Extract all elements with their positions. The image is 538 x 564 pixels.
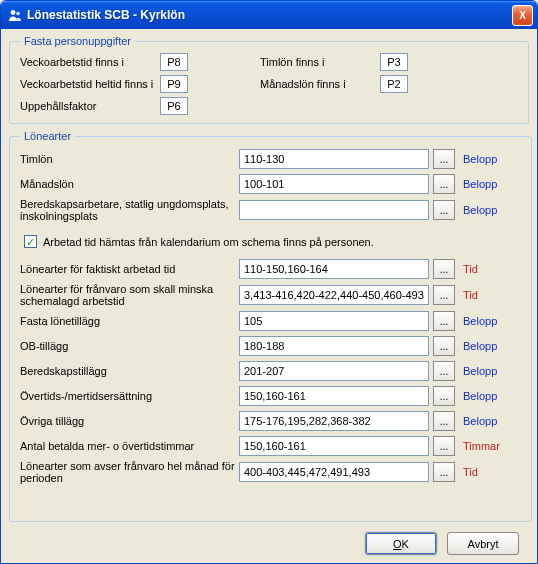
cancel-button[interactable]: Avbryt — [447, 532, 519, 555]
row-category: Belopp — [461, 390, 521, 402]
close-icon: X — [519, 10, 526, 21]
group-legend: Lönearter — [20, 130, 75, 142]
row-category: Belopp — [461, 340, 521, 352]
row-browse-button[interactable]: ... — [433, 411, 455, 431]
loneart-row: Timlön...Belopp — [20, 148, 521, 170]
loneart-row: Övertids-/mertidsersättning...Belopp — [20, 385, 521, 407]
row-value-input[interactable] — [239, 259, 429, 279]
close-button[interactable]: X — [512, 5, 533, 26]
svg-point-0 — [11, 10, 16, 15]
loneart-row: Lönearter för frånvaro som skall minska … — [20, 283, 521, 307]
ok-button[interactable]: OK — [365, 532, 437, 555]
row-category: Belopp — [461, 153, 521, 165]
loneart-row: Lönearter för faktiskt arbetad tid...Tid — [20, 258, 521, 280]
row-label: Övriga tillägg — [20, 415, 235, 427]
label-manadslon-finns: Månadslön finns i — [260, 78, 380, 90]
window-title: Lönestatistik SCB - Kyrklön — [27, 8, 512, 22]
row-label: Antal betalda mer- o övertidstimmar — [20, 440, 235, 452]
row-label: Övertids-/mertidsersättning — [20, 390, 235, 402]
row-value-input[interactable] — [239, 361, 429, 381]
arbetad-tid-checkbox[interactable]: ✓ — [24, 235, 37, 248]
app-icon — [7, 7, 23, 23]
row-browse-button[interactable]: ... — [433, 200, 455, 220]
row-category: Belopp — [461, 365, 521, 377]
row-browse-button[interactable]: ... — [433, 462, 455, 482]
row-label: Lönearter för frånvaro som skall minska … — [20, 283, 235, 307]
row-browse-button[interactable]: ... — [433, 311, 455, 331]
loneart-row: Lönearter som avser frånvaro hel månad f… — [20, 460, 521, 484]
label-uppehallsfaktor: Uppehållsfaktor — [20, 100, 160, 112]
dialog-body: Fasta personuppgifter Veckoarbetstid fin… — [1, 29, 537, 563]
loneart-row: Månadslön...Belopp — [20, 173, 521, 195]
row-browse-button[interactable]: ... — [433, 336, 455, 356]
p-uppehallsfaktor[interactable]: P6 — [160, 97, 188, 115]
row-browse-button[interactable]: ... — [433, 259, 455, 279]
row-category: Timmar — [461, 440, 521, 452]
row-value-input[interactable] — [239, 200, 429, 220]
row-value-input[interactable] — [239, 285, 429, 305]
window: Lönestatistik SCB - Kyrklön X Fasta pers… — [0, 0, 538, 564]
loneart-row: Beredskapstillägg...Belopp — [20, 360, 521, 382]
row-label: Lönearter för faktiskt arbetad tid — [20, 263, 235, 275]
group-lonearter: Lönearter Timlön...BeloppMånadslön...Bel… — [9, 130, 532, 522]
p-veckoarbetstid[interactable]: P8 — [160, 53, 188, 71]
row-value-input[interactable] — [239, 462, 429, 482]
label-veckoarbetstid-heltid: Veckoarbetstid heltid finns i — [20, 78, 160, 90]
row-value-input[interactable] — [239, 411, 429, 431]
row-category: Tid — [461, 263, 521, 275]
label-timlon-finns: Timlön finns i — [260, 56, 380, 68]
loneart-row: Övriga tillägg...Belopp — [20, 410, 521, 432]
checkbox-row: ✓ Arbetad tid hämtas från kalendarium om… — [24, 235, 521, 248]
titlebar: Lönestatistik SCB - Kyrklön X — [1, 1, 537, 29]
row-label: Månadslön — [20, 178, 235, 190]
row-browse-button[interactable]: ... — [433, 361, 455, 381]
row-category: Belopp — [461, 415, 521, 427]
p-manadslon[interactable]: P2 — [380, 75, 408, 93]
row-value-input[interactable] — [239, 436, 429, 456]
row-category: Belopp — [461, 315, 521, 327]
p-timlon[interactable]: P3 — [380, 53, 408, 71]
row-value-input[interactable] — [239, 311, 429, 331]
label-veckoarbetstid: Veckoarbetstid finns i — [20, 56, 160, 68]
row-browse-button[interactable]: ... — [433, 174, 455, 194]
row-label: Lönearter som avser frånvaro hel månad f… — [20, 460, 235, 484]
row-browse-button[interactable]: ... — [433, 386, 455, 406]
row-label: Fasta lönetillägg — [20, 315, 235, 327]
row-value-input[interactable] — [239, 386, 429, 406]
group-legend: Fasta personuppgifter — [20, 35, 135, 47]
row-browse-button[interactable]: ... — [433, 285, 455, 305]
row-category: Belopp — [461, 178, 521, 190]
row-browse-button[interactable]: ... — [433, 149, 455, 169]
loneart-row: Beredskapsarbetare, statlig ungdomsplats… — [20, 198, 521, 222]
row-value-input[interactable] — [239, 336, 429, 356]
row-label: Beredskapsarbetare, statlig ungdomsplats… — [20, 198, 235, 222]
loneart-row: Antal betalda mer- o övertidstimmar...Ti… — [20, 435, 521, 457]
svg-point-1 — [16, 12, 20, 16]
loneart-row: OB-tillägg...Belopp — [20, 335, 521, 357]
row-category: Tid — [461, 466, 521, 478]
row-browse-button[interactable]: ... — [433, 436, 455, 456]
row-value-input[interactable] — [239, 174, 429, 194]
row-label: Timlön — [20, 153, 235, 165]
row-label: Beredskapstillägg — [20, 365, 235, 377]
button-bar: OK Avbryt — [9, 528, 529, 555]
checkbox-label: Arbetad tid hämtas från kalendarium om s… — [43, 236, 374, 248]
row-category: Tid — [461, 289, 521, 301]
p-veckoarbetstid-heltid[interactable]: P9 — [160, 75, 188, 93]
row-label: OB-tillägg — [20, 340, 235, 352]
row-category: Belopp — [461, 204, 521, 216]
loneart-row: Fasta lönetillägg...Belopp — [20, 310, 521, 332]
group-fasta-personuppgifter: Fasta personuppgifter Veckoarbetstid fin… — [9, 35, 529, 124]
row-value-input[interactable] — [239, 149, 429, 169]
